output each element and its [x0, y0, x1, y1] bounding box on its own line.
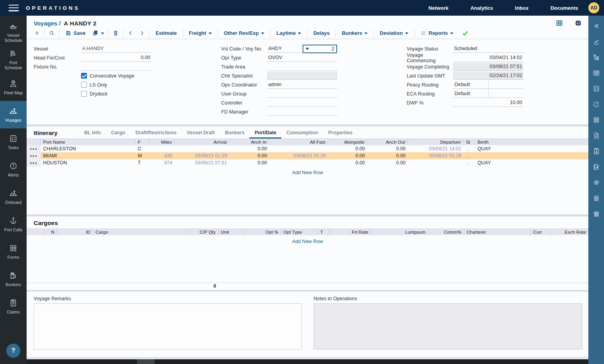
- cell-port_name[interactable]: CHARLESTON: [41, 146, 135, 151]
- cell-anch_in[interactable]: 0.00: [229, 153, 269, 159]
- head-fix-field[interactable]: 0.00: [81, 54, 151, 62]
- eca-routing-field-2[interactable]: [489, 90, 524, 98]
- grid-view-icon[interactable]: [555, 19, 563, 27]
- hamburger-menu-icon[interactable]: [9, 5, 19, 11]
- tab-bl-info[interactable]: BL Info: [79, 130, 106, 139]
- cell-f[interactable]: T: [135, 160, 150, 166]
- fixture-no-field[interactable]: [81, 63, 151, 71]
- fd-manager-field[interactable]: [267, 108, 337, 116]
- cell-port_name[interactable]: MIAMI: [41, 153, 135, 159]
- add-button[interactable]: [31, 28, 43, 38]
- dwf-field[interactable]: 10.00: [453, 99, 523, 107]
- cell-arrival[interactable]: 03/06/21 01:29: [175, 153, 229, 159]
- search-icon[interactable]: [46, 28, 58, 38]
- rail-collapse-icon[interactable]: [588, 19, 604, 34]
- rail-hierarchy-icon[interactable]: [588, 50, 604, 66]
- sidebar-item-tasks[interactable]: Tasks: [0, 128, 27, 156]
- nav-network[interactable]: Network: [428, 5, 448, 11]
- ops-coordinator-field[interactable]: admin: [267, 81, 337, 89]
- breadcrumb-voyages-link[interactable]: Voyages /: [34, 20, 61, 27]
- row-menu-icon[interactable]: ●●●: [27, 159, 41, 166]
- vessel-field[interactable]: A HANDY: [81, 45, 151, 53]
- cell-alongside[interactable]: 0.00: [328, 146, 367, 151]
- checkbox-drydock[interactable]: Drydock: [81, 89, 151, 98]
- rail-notebook-edit-icon[interactable]: [588, 160, 604, 175]
- cargoes-add-row-link[interactable]: Add New Row: [27, 239, 588, 244]
- voyage-remarks-textarea[interactable]: [34, 303, 302, 350]
- cell-departure[interactable]: 03/06/21 01:29: [408, 153, 463, 159]
- user-avatar[interactable]: AD: [588, 2, 599, 13]
- rail-gauge-icon[interactable]: [588, 97, 604, 113]
- help-button[interactable]: ?: [6, 344, 20, 358]
- sidebar-item-port-calls[interactable]: Port Calls: [0, 211, 27, 238]
- sidebar-item-forms[interactable]: Forms: [0, 238, 27, 265]
- notes-to-operations-textarea[interactable]: [314, 303, 582, 350]
- next-voyage-button[interactable]: [136, 28, 148, 38]
- rail-barrel-icon[interactable]: [588, 191, 604, 207]
- tab-port-date[interactable]: Port/Date: [249, 130, 281, 139]
- rail-contact-card-icon[interactable]: [588, 144, 604, 160]
- nav-documents[interactable]: Documents: [550, 5, 578, 11]
- vsl-code-field[interactable]: AHDY: [267, 45, 301, 53]
- rail-forms-icon[interactable]: [588, 113, 604, 128]
- sidebar-item-vessel-schedule[interactable]: Vessel Schedule: [0, 19, 27, 46]
- sidebar-item-claims[interactable]: Claims: [0, 293, 27, 320]
- cell-miles[interactable]: 435: [150, 153, 175, 159]
- reports-menu-button[interactable]: Reports: [416, 30, 458, 36]
- cell-alongside[interactable]: 0.00: [328, 160, 367, 166]
- row-menu-icon[interactable]: ●●●: [27, 145, 41, 152]
- cell-anch_in[interactable]: 0.00: [229, 160, 269, 166]
- checkbox-consecutive-voyage[interactable]: Consecutive Voyage: [81, 71, 151, 80]
- cell-anch_out[interactable]: 0.00: [367, 146, 408, 151]
- cell-anch_in[interactable]: 0.00: [229, 146, 269, 151]
- delays-button[interactable]: Delays: [309, 30, 334, 36]
- itinerary-add-row-link[interactable]: Add New Row: [27, 170, 588, 175]
- consecutive-voyage-checkbox[interactable]: [81, 73, 87, 79]
- voy-no-dropdown[interactable]: 2: [303, 45, 337, 53]
- copy-dropdown-button[interactable]: [90, 28, 106, 38]
- cell-berth[interactable]: QUAY: [475, 160, 588, 166]
- cell-st[interactable]: ..: [463, 146, 475, 151]
- cell-st[interactable]: ..: [463, 153, 475, 159]
- sidebar-item-onboard[interactable]: Onboard: [0, 183, 27, 211]
- rail-checklist-icon[interactable]: [588, 81, 604, 97]
- freight-menu-button[interactable]: Freight: [185, 30, 216, 36]
- estimate-button[interactable]: Estimate: [151, 30, 181, 36]
- tab-bunkers[interactable]: Bunkers: [220, 130, 249, 139]
- bunkers-menu-button[interactable]: Bunkers: [337, 30, 372, 36]
- checkbox-ls-only[interactable]: LS Only: [81, 80, 151, 89]
- rail-grid-form-icon[interactable]: [588, 66, 604, 81]
- cell-arrival[interactable]: 03/09/21 07:51: [175, 160, 229, 166]
- cell-alongside[interactable]: 0.00: [328, 153, 367, 159]
- other-rev-exp-menu-button[interactable]: Other Rev/Exp: [220, 30, 269, 36]
- cell-anch_out[interactable]: 0.00: [367, 160, 408, 166]
- cell-anch_out[interactable]: 0.00: [367, 153, 408, 159]
- row-menu-icon[interactable]: ●●●: [27, 152, 41, 159]
- sidebar-item-voyages[interactable]: Voyages: [0, 101, 27, 128]
- voyage-status-field[interactable]: Scheduled: [453, 45, 523, 53]
- sidebar-item-bunkers[interactable]: Bunkers: [0, 265, 27, 293]
- piracy-routing-field-2[interactable]: [489, 81, 524, 89]
- cell-f[interactable]: C: [135, 146, 150, 151]
- nav-analytics[interactable]: Analytics: [471, 5, 493, 11]
- tab-draft-restrictions[interactable]: Draft/Restrictions: [130, 130, 182, 139]
- deviation-menu-button[interactable]: Deviation: [375, 30, 413, 36]
- opr-type-field[interactable]: OVOV: [267, 54, 337, 62]
- commencing-field[interactable]: 03/04/21 14:02: [453, 54, 523, 62]
- tab-vessel-draft[interactable]: Vessel Draft: [182, 130, 220, 139]
- cell-all_fast[interactable]: 03/06/21 01:29: [269, 153, 328, 159]
- sidebar-item-alerts[interactable]: Alerts: [0, 156, 27, 183]
- globe-icon[interactable]: [574, 19, 582, 27]
- delete-icon[interactable]: [110, 28, 121, 38]
- user-group-field[interactable]: [267, 90, 337, 98]
- rail-analytics-icon[interactable]: [588, 34, 604, 50]
- save-button[interactable]: Save: [61, 30, 90, 36]
- rail-document-icon[interactable]: [588, 128, 604, 144]
- piracy-routing-field[interactable]: Default: [453, 81, 489, 89]
- cell-berth[interactable]: QUAY: [475, 146, 588, 151]
- nav-inbox[interactable]: Inbox: [515, 5, 529, 11]
- sidebar-item-fleet-map[interactable]: Fleet Map: [0, 74, 27, 101]
- tab-properties[interactable]: Properties: [323, 130, 358, 139]
- rail-gear-icon[interactable]: [588, 175, 604, 191]
- prev-voyage-button[interactable]: [125, 28, 136, 38]
